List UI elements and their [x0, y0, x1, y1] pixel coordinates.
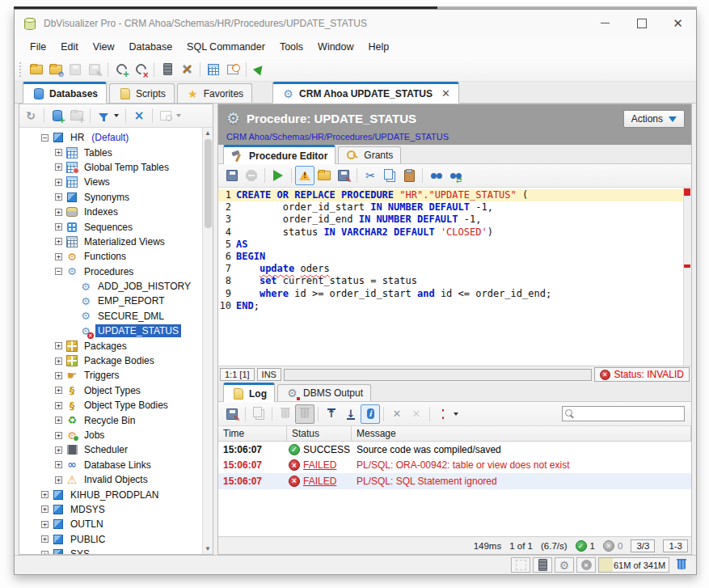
tree-item-mdsys[interactable]: +MDSYS	[19, 502, 202, 517]
tree-item-tables[interactable]: +Tables	[19, 145, 202, 159]
save-as-button[interactable]: ✎	[85, 60, 104, 79]
create-connection-button[interactable]: +	[48, 106, 67, 125]
expand-node-icon[interactable]: +	[55, 461, 62, 468]
menu-edit[interactable]: Edit	[53, 39, 86, 55]
tree-item-label[interactable]: Tables	[82, 146, 115, 159]
memory-indicator[interactable]: 61M of 341M	[598, 557, 669, 573]
stop-button[interactable]	[242, 166, 261, 185]
tree-item-label[interactable]: KIHUB_PRODPLAN	[68, 489, 161, 501]
paste-button[interactable]	[399, 166, 419, 185]
menu-help[interactable]: Help	[361, 39, 397, 55]
code-line-1[interactable]: 1CREATE OR REPLACE PROCEDURE "HR"."UPDAT…	[218, 189, 683, 201]
code-line-8[interactable]: 8 set current_status = status	[218, 275, 683, 287]
log-row[interactable]: 15:06:07×FAILEDPL/SQL: ORA-00942: table …	[218, 458, 691, 474]
tree-item-hr[interactable]: −HR(Default)	[19, 130, 202, 145]
collapse-node-icon[interactable]: −	[55, 268, 62, 275]
tree-item-scheduler[interactable]: +Scheduler	[19, 442, 202, 457]
collapse-all-button[interactable]: ×	[129, 106, 149, 125]
server-properties-button[interactable]	[158, 60, 177, 79]
expand-node-icon[interactable]: +	[55, 223, 62, 231]
log-row[interactable]: 15:06:07✓SUCCESSSource code was compiled…	[218, 442, 691, 458]
open-file-button[interactable]	[314, 166, 334, 185]
code-line-10[interactable]: 10END;	[218, 300, 683, 312]
highlight-errors-button[interactable]	[295, 166, 314, 185]
expand-node-icon[interactable]: +	[41, 521, 49, 528]
log-row[interactable]: 15:06:07×FAILEDPL/SQL: SQL Statement ign…	[218, 473, 691, 489]
expand-node-icon[interactable]: +	[55, 149, 62, 156]
monitor-button[interactable]	[223, 60, 243, 79]
folder-settings-button[interactable]: ⚙	[46, 60, 65, 79]
expand-node-icon[interactable]: +	[41, 551, 49, 554]
run-cursor-button[interactable]	[250, 60, 269, 79]
code-line-4[interactable]: 4 status IN VARCHAR2 DEFAULT 'CLOSED')	[218, 226, 683, 239]
expand-node-icon[interactable]: +	[55, 402, 62, 409]
tab-close-icon[interactable]: ✕	[441, 87, 450, 99]
tree-item-views[interactable]: +Views	[19, 175, 202, 189]
tree-item-indexes[interactable]: +Indexes	[19, 205, 202, 219]
tree-item-jobs[interactable]: +Jobs	[19, 428, 202, 442]
tree-item-add-job-history[interactable]: ADD_JOB_HISTORY	[19, 279, 202, 294]
expand-node-icon[interactable]: +	[41, 491, 49, 498]
connect-button[interactable]: +	[112, 60, 131, 79]
tree-item-label[interactable]: Triggers	[82, 369, 122, 382]
create-folder-button[interactable]: +	[67, 106, 87, 125]
tree-item-invalid-objects[interactable]: +Invalid Objects	[19, 472, 202, 487]
tree-item-update-status[interactable]: ×UPDATE_STATUS	[19, 324, 202, 338]
grid-window-button[interactable]	[204, 60, 223, 79]
selection-tool-button[interactable]	[511, 557, 530, 573]
expand-node-icon[interactable]: +	[55, 372, 62, 379]
tree-item-materialized-views[interactable]: +Materialized Views	[19, 235, 202, 249]
menu-database[interactable]: Database	[122, 39, 180, 55]
expand-node-icon[interactable]: +	[55, 387, 62, 394]
expand-node-icon[interactable]: +	[55, 193, 62, 201]
tree-item-recycle-bin[interactable]: +Recycle Bin	[19, 412, 202, 427]
column-status[interactable]: Status	[287, 426, 352, 441]
code-line-9[interactable]: 9 where id >= order_id_start and id <= o…	[218, 288, 683, 300]
tree-item-label[interactable]: Synonyms	[82, 191, 132, 204]
tree-item-label[interactable]: Packages	[82, 340, 129, 353]
menu-tools[interactable]: Tools	[272, 39, 310, 55]
expand-node-icon[interactable]: +	[55, 253, 62, 260]
expand-node-icon[interactable]: +	[55, 417, 62, 424]
tree-item-label[interactable]: Materialized Views	[82, 235, 167, 248]
clear-on-execute-button[interactable]	[295, 404, 314, 424]
expand-node-icon[interactable]: +	[55, 476, 62, 484]
refresh-button[interactable]: ↻	[21, 106, 40, 125]
menu-view[interactable]: View	[86, 39, 122, 55]
tree-item-label[interactable]: Indexes	[82, 205, 120, 218]
copy-button[interactable]	[380, 166, 399, 185]
tree-item-triggers[interactable]: +Triggers	[19, 368, 202, 383]
tab-dbms-output[interactable]: ⚙ DBMS Output	[277, 384, 371, 401]
scroll-up-icon[interactable]: ▲	[205, 128, 211, 138]
code-line-5[interactable]: 5AS	[218, 239, 683, 251]
expand-node-icon[interactable]: +	[55, 179, 62, 186]
tree-item-sequences[interactable]: +Sequences	[19, 219, 202, 234]
error-marker-line1[interactable]	[684, 188, 690, 196]
open-folder-button[interactable]	[27, 60, 46, 79]
gc-button[interactable]	[672, 556, 691, 575]
tab-log[interactable]: Log	[223, 383, 275, 402]
row-markers-button[interactable]	[433, 404, 453, 424]
code-line-6[interactable]: 6BEGIN	[218, 251, 683, 263]
tree-item-label[interactable]: SECURE_DML	[95, 310, 167, 323]
tree-item-public[interactable]: +PUBLIC	[19, 532, 202, 547]
code-line-7[interactable]: 7 update oders	[218, 263, 683, 275]
tree-item-label[interactable]: PUBLIC	[68, 533, 108, 546]
error-marker-line7[interactable]	[684, 264, 690, 268]
tree-item-label[interactable]: OUTLN	[68, 518, 106, 531]
tab-favorites[interactable]: ★ Favorites	[177, 83, 252, 103]
tree-item-database-links[interactable]: +Database Links	[19, 458, 202, 472]
tree-item-outln[interactable]: +OUTLN	[19, 517, 202, 531]
tree-item-label[interactable]: Views	[82, 176, 112, 188]
tree-item-label[interactable]: SYS	[68, 548, 92, 554]
actions-button[interactable]: Actions	[623, 110, 685, 128]
execute-button[interactable]	[268, 166, 288, 185]
tree-item-label[interactable]: Object Type Bodies	[82, 399, 171, 412]
expand-node-icon[interactable]: +	[55, 432, 62, 439]
tab-procedure-editor[interactable]: Procedure Editor	[223, 145, 336, 164]
row-markers-dropdown-icon[interactable]	[454, 412, 458, 416]
copy-log-button[interactable]	[249, 404, 268, 424]
tree-item-label[interactable]: Sequences	[82, 221, 135, 234]
sql-editor[interactable]: 1CREATE OR REPLACE PROCEDURE "HR"."UPDAT…	[218, 188, 691, 366]
menu-window[interactable]: Window	[310, 39, 361, 55]
